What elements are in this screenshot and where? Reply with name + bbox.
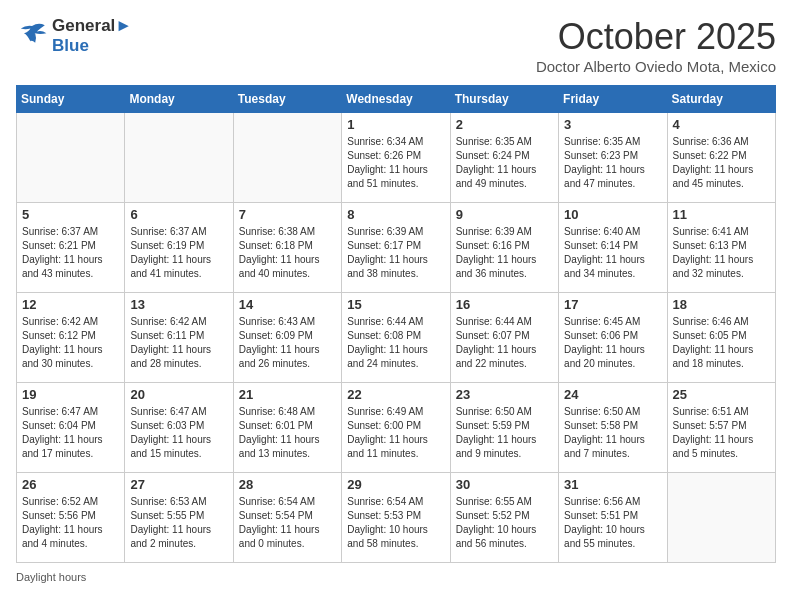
day-number: 6 [130, 207, 227, 222]
calendar-week-row: 1Sunrise: 6:34 AM Sunset: 6:26 PM Daylig… [17, 113, 776, 203]
calendar-cell: 12Sunrise: 6:42 AM Sunset: 6:12 PM Dayli… [17, 293, 125, 383]
day-info: Sunrise: 6:50 AM Sunset: 5:58 PM Dayligh… [564, 405, 661, 461]
calendar-week-row: 12Sunrise: 6:42 AM Sunset: 6:12 PM Dayli… [17, 293, 776, 383]
calendar-cell: 19Sunrise: 6:47 AM Sunset: 6:04 PM Dayli… [17, 383, 125, 473]
day-number: 1 [347, 117, 444, 132]
calendar-cell: 24Sunrise: 6:50 AM Sunset: 5:58 PM Dayli… [559, 383, 667, 473]
day-info: Sunrise: 6:44 AM Sunset: 6:07 PM Dayligh… [456, 315, 553, 371]
calendar-cell: 30Sunrise: 6:55 AM Sunset: 5:52 PM Dayli… [450, 473, 558, 563]
day-info: Sunrise: 6:54 AM Sunset: 5:53 PM Dayligh… [347, 495, 444, 551]
calendar-cell: 3Sunrise: 6:35 AM Sunset: 6:23 PM Daylig… [559, 113, 667, 203]
day-info: Sunrise: 6:52 AM Sunset: 5:56 PM Dayligh… [22, 495, 119, 551]
calendar-cell: 7Sunrise: 6:38 AM Sunset: 6:18 PM Daylig… [233, 203, 341, 293]
day-info: Sunrise: 6:42 AM Sunset: 6:11 PM Dayligh… [130, 315, 227, 371]
calendar-cell: 31Sunrise: 6:56 AM Sunset: 5:51 PM Dayli… [559, 473, 667, 563]
weekday-header: Tuesday [233, 86, 341, 113]
calendar-week-row: 19Sunrise: 6:47 AM Sunset: 6:04 PM Dayli… [17, 383, 776, 473]
daylight-label: Daylight hours [16, 571, 86, 583]
day-info: Sunrise: 6:43 AM Sunset: 6:09 PM Dayligh… [239, 315, 336, 371]
calendar-cell: 11Sunrise: 6:41 AM Sunset: 6:13 PM Dayli… [667, 203, 775, 293]
month-title: October 2025 [536, 16, 776, 58]
logo-icon [16, 22, 48, 50]
day-number: 27 [130, 477, 227, 492]
day-info: Sunrise: 6:47 AM Sunset: 6:03 PM Dayligh… [130, 405, 227, 461]
day-number: 4 [673, 117, 770, 132]
day-info: Sunrise: 6:35 AM Sunset: 6:23 PM Dayligh… [564, 135, 661, 191]
title-block: October 2025 Doctor Alberto Oviedo Mota,… [536, 16, 776, 75]
day-number: 12 [22, 297, 119, 312]
day-number: 21 [239, 387, 336, 402]
day-number: 2 [456, 117, 553, 132]
calendar-cell [667, 473, 775, 563]
day-number: 11 [673, 207, 770, 222]
weekday-header: Sunday [17, 86, 125, 113]
calendar-cell: 6Sunrise: 6:37 AM Sunset: 6:19 PM Daylig… [125, 203, 233, 293]
calendar-table: SundayMondayTuesdayWednesdayThursdayFrid… [16, 85, 776, 563]
day-info: Sunrise: 6:39 AM Sunset: 6:17 PM Dayligh… [347, 225, 444, 281]
calendar-cell: 9Sunrise: 6:39 AM Sunset: 6:16 PM Daylig… [450, 203, 558, 293]
day-number: 5 [22, 207, 119, 222]
weekday-header: Thursday [450, 86, 558, 113]
logo-text: General► Blue [52, 16, 132, 56]
calendar-cell: 13Sunrise: 6:42 AM Sunset: 6:11 PM Dayli… [125, 293, 233, 383]
calendar-cell: 29Sunrise: 6:54 AM Sunset: 5:53 PM Dayli… [342, 473, 450, 563]
day-number: 16 [456, 297, 553, 312]
weekday-header: Wednesday [342, 86, 450, 113]
calendar-cell: 18Sunrise: 6:46 AM Sunset: 6:05 PM Dayli… [667, 293, 775, 383]
day-number: 8 [347, 207, 444, 222]
day-number: 26 [22, 477, 119, 492]
day-number: 14 [239, 297, 336, 312]
day-number: 10 [564, 207, 661, 222]
day-info: Sunrise: 6:36 AM Sunset: 6:22 PM Dayligh… [673, 135, 770, 191]
calendar-week-row: 26Sunrise: 6:52 AM Sunset: 5:56 PM Dayli… [17, 473, 776, 563]
day-info: Sunrise: 6:53 AM Sunset: 5:55 PM Dayligh… [130, 495, 227, 551]
day-info: Sunrise: 6:41 AM Sunset: 6:13 PM Dayligh… [673, 225, 770, 281]
calendar-cell: 21Sunrise: 6:48 AM Sunset: 6:01 PM Dayli… [233, 383, 341, 473]
weekday-header: Friday [559, 86, 667, 113]
weekday-header: Saturday [667, 86, 775, 113]
day-info: Sunrise: 6:38 AM Sunset: 6:18 PM Dayligh… [239, 225, 336, 281]
calendar-cell: 5Sunrise: 6:37 AM Sunset: 6:21 PM Daylig… [17, 203, 125, 293]
calendar-cell: 25Sunrise: 6:51 AM Sunset: 5:57 PM Dayli… [667, 383, 775, 473]
day-info: Sunrise: 6:39 AM Sunset: 6:16 PM Dayligh… [456, 225, 553, 281]
calendar-cell: 10Sunrise: 6:40 AM Sunset: 6:14 PM Dayli… [559, 203, 667, 293]
calendar-cell: 28Sunrise: 6:54 AM Sunset: 5:54 PM Dayli… [233, 473, 341, 563]
day-number: 18 [673, 297, 770, 312]
day-info: Sunrise: 6:37 AM Sunset: 6:21 PM Dayligh… [22, 225, 119, 281]
day-number: 3 [564, 117, 661, 132]
calendar-cell: 17Sunrise: 6:45 AM Sunset: 6:06 PM Dayli… [559, 293, 667, 383]
calendar-week-row: 5Sunrise: 6:37 AM Sunset: 6:21 PM Daylig… [17, 203, 776, 293]
footer: Daylight hours [16, 571, 776, 583]
day-number: 13 [130, 297, 227, 312]
day-info: Sunrise: 6:45 AM Sunset: 6:06 PM Dayligh… [564, 315, 661, 371]
day-info: Sunrise: 6:50 AM Sunset: 5:59 PM Dayligh… [456, 405, 553, 461]
weekday-header: Monday [125, 86, 233, 113]
day-number: 25 [673, 387, 770, 402]
calendar-cell: 20Sunrise: 6:47 AM Sunset: 6:03 PM Dayli… [125, 383, 233, 473]
day-info: Sunrise: 6:37 AM Sunset: 6:19 PM Dayligh… [130, 225, 227, 281]
location-subtitle: Doctor Alberto Oviedo Mota, Mexico [536, 58, 776, 75]
calendar-cell [17, 113, 125, 203]
day-info: Sunrise: 6:56 AM Sunset: 5:51 PM Dayligh… [564, 495, 661, 551]
day-number: 20 [130, 387, 227, 402]
calendar-cell: 16Sunrise: 6:44 AM Sunset: 6:07 PM Dayli… [450, 293, 558, 383]
day-number: 23 [456, 387, 553, 402]
day-number: 17 [564, 297, 661, 312]
day-info: Sunrise: 6:55 AM Sunset: 5:52 PM Dayligh… [456, 495, 553, 551]
day-info: Sunrise: 6:51 AM Sunset: 5:57 PM Dayligh… [673, 405, 770, 461]
calendar-cell: 14Sunrise: 6:43 AM Sunset: 6:09 PM Dayli… [233, 293, 341, 383]
calendar-cell: 2Sunrise: 6:35 AM Sunset: 6:24 PM Daylig… [450, 113, 558, 203]
calendar-cell [125, 113, 233, 203]
calendar-cell: 15Sunrise: 6:44 AM Sunset: 6:08 PM Dayli… [342, 293, 450, 383]
day-number: 7 [239, 207, 336, 222]
day-info: Sunrise: 6:35 AM Sunset: 6:24 PM Dayligh… [456, 135, 553, 191]
day-number: 19 [22, 387, 119, 402]
day-number: 9 [456, 207, 553, 222]
calendar-cell: 4Sunrise: 6:36 AM Sunset: 6:22 PM Daylig… [667, 113, 775, 203]
calendar-cell: 23Sunrise: 6:50 AM Sunset: 5:59 PM Dayli… [450, 383, 558, 473]
day-info: Sunrise: 6:54 AM Sunset: 5:54 PM Dayligh… [239, 495, 336, 551]
day-info: Sunrise: 6:49 AM Sunset: 6:00 PM Dayligh… [347, 405, 444, 461]
day-number: 30 [456, 477, 553, 492]
day-number: 22 [347, 387, 444, 402]
day-number: 28 [239, 477, 336, 492]
